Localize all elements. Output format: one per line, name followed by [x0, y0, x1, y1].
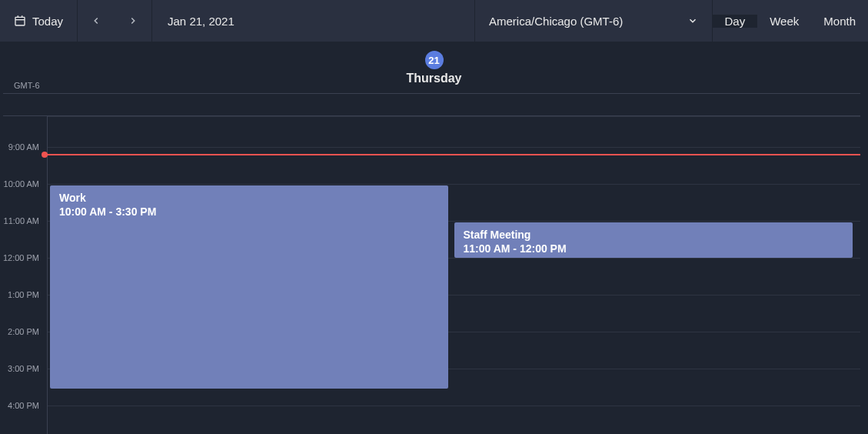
- day-name-label: Thursday: [406, 72, 461, 85]
- view-month-button[interactable]: Month: [811, 15, 868, 28]
- time-label: 10:00 AM: [4, 179, 39, 189]
- nav-arrows: [78, 0, 152, 42]
- hour-line: [48, 406, 860, 406]
- time-label: 4:00 PM: [8, 401, 39, 410]
- event-work[interactable]: Work 10:00 AM - 3:30 PM: [50, 185, 448, 389]
- today-section: Today: [0, 0, 78, 42]
- view-switcher: Day Week Month: [713, 0, 868, 42]
- next-button[interactable]: [115, 15, 151, 26]
- hour-line: [48, 147, 860, 148]
- now-dot-icon: [42, 152, 48, 158]
- date-display[interactable]: Jan 21, 2021: [152, 0, 475, 42]
- chevron-down-icon: [687, 15, 698, 26]
- calendar-icon: [14, 15, 26, 27]
- timezone-label: America/Chicago (GMT-6): [489, 15, 623, 28]
- chevron-left-icon: [91, 15, 101, 26]
- time-label: 12:00 PM: [3, 253, 39, 262]
- time-label: 11:00 AM: [4, 216, 39, 225]
- view-day-button[interactable]: Day: [713, 15, 758, 28]
- event-time-label: 11:00 AM - 12:00 PM: [464, 242, 844, 255]
- tz-short-label: GMT-6: [14, 81, 40, 90]
- allday-row[interactable]: [3, 93, 860, 116]
- prev-button[interactable]: [78, 15, 115, 26]
- day-header: 21 Thursday GMT-6: [0, 42, 868, 93]
- time-label: 3:00 PM: [8, 364, 39, 373]
- calendar-toolbar: Today Jan 21, 2021 America/Chicago (GMT-…: [0, 0, 868, 42]
- day-grid[interactable]: Work 10:00 AM - 3:30 PM Staff Meeting 11…: [48, 116, 860, 434]
- calendar-body: 9:00 AM 10:00 AM 11:00 AM 12:00 PM 1:00 …: [0, 116, 868, 434]
- time-label: 9:00 AM: [8, 142, 39, 152]
- view-week-button[interactable]: Week: [757, 15, 811, 28]
- event-time-label: 10:00 AM - 3:30 PM: [59, 205, 439, 218]
- event-title: Work: [59, 192, 439, 204]
- hour-line: [48, 116, 860, 117]
- event-staff-meeting[interactable]: Staff Meeting 11:00 AM - 12:00 PM: [454, 222, 853, 258]
- day-number-badge: 21: [425, 51, 444, 69]
- current-date-label: Jan 21, 2021: [168, 15, 234, 28]
- time-gutter: 9:00 AM 10:00 AM 11:00 AM 12:00 PM 1:00 …: [0, 116, 48, 434]
- event-title: Staff Meeting: [464, 229, 844, 241]
- today-label: Today: [32, 15, 63, 28]
- today-button[interactable]: Today: [0, 0, 77, 42]
- svg-rect-0: [15, 17, 25, 25]
- timezone-select[interactable]: America/Chicago (GMT-6): [475, 0, 713, 42]
- time-label: 2:00 PM: [8, 327, 39, 336]
- time-label: 1:00 PM: [8, 290, 39, 299]
- hour-line: [48, 184, 860, 185]
- chevron-right-icon: [128, 15, 138, 26]
- now-indicator: [45, 154, 860, 155]
